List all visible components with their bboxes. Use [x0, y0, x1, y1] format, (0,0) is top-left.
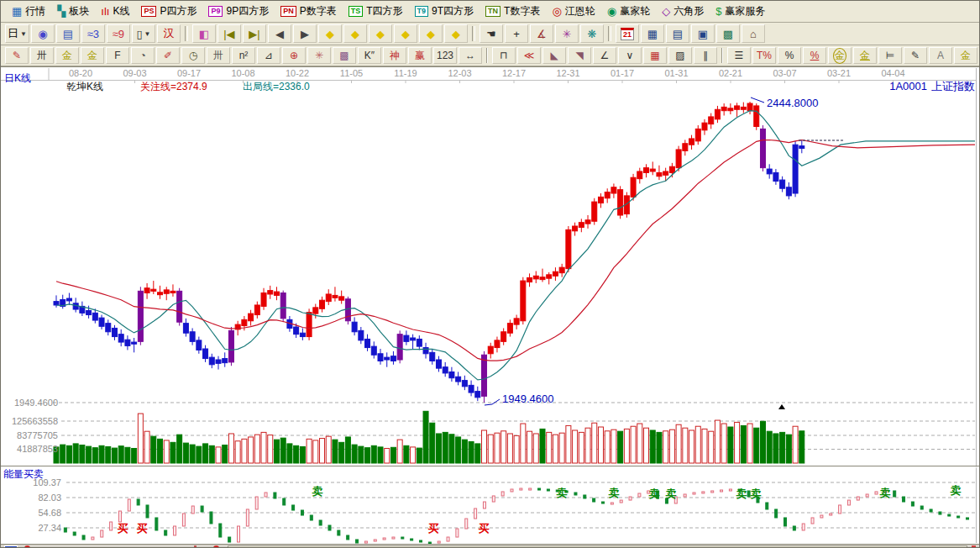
wave-3-icon[interactable]: ≈3 — [81, 24, 105, 43]
last-bar-button[interactable]: ▶| — [243, 24, 266, 43]
main-menubar: ▦行情▚板块ılıK线PSP四方形P99P四方形PNP数字表TST四方形T99T… — [1, 1, 979, 23]
ying-grid-icon-glyph: 赢 — [415, 49, 425, 63]
color-kline-icon[interactable]: ◧ — [192, 24, 216, 43]
menu-hexagon[interactable]: ◇六角形 — [656, 3, 710, 20]
drag-hand-button[interactable]: ☚ — [480, 24, 503, 43]
report-list-icon[interactable]: ▤ — [56, 24, 80, 43]
fan-box2-icon[interactable]: ◥ — [568, 47, 591, 64]
price-ladder-icon[interactable]: ☰ — [727, 47, 751, 64]
brush3-icon[interactable]: ✎ — [904, 47, 927, 64]
prev-bar-button[interactable]: ◀ — [268, 24, 291, 43]
ladder2-icon[interactable]: ⊨ — [878, 47, 902, 64]
trend-lines-icon[interactable]: ∠ — [593, 47, 616, 64]
fan-lines-icon[interactable]: ≪ — [517, 47, 541, 64]
star-wheel-icon[interactable]: ✳ — [307, 47, 331, 64]
diamond-shrink-icon[interactable]: ◆ — [394, 24, 417, 43]
net-wheel-icon[interactable]: ▩ — [333, 47, 356, 64]
first-bar-button[interactable]: |◀ — [217, 24, 241, 43]
menu-kline[interactable]: ılıK线 — [95, 3, 135, 20]
menu-p-square[interactable]: PSP四方形 — [135, 3, 202, 20]
shen-grid-icon[interactable]: 神 — [383, 47, 406, 64]
draw-brush-icon[interactable]: ✎ — [5, 47, 29, 64]
t-percent-icon[interactable]: T% — [752, 47, 776, 64]
toolbar-drawing-tools: ✎卅金金F◔✐◷卅n²⊿⊕✳▩K″神赢123↔⊓≪◣◥∠∨▦▨∥☰T%%%金金⊨… — [1, 45, 979, 66]
n2-grid-icon[interactable]: n² — [232, 47, 255, 64]
color-kline-icon-glyph: ◧ — [199, 28, 209, 40]
diamond-expand-icon[interactable]: ◆ — [419, 24, 443, 43]
web-kline-icon[interactable]: ◉ — [31, 24, 55, 43]
f-grid-icon[interactable]: F — [106, 47, 129, 64]
diamond-left-icon[interactable]: ◆ — [318, 24, 342, 43]
k-quote-icon[interactable]: K″ — [358, 47, 381, 64]
gann-grid-icon[interactable]: 卅 — [30, 47, 54, 64]
angle-ruler-icon[interactable]: ⊿ — [257, 47, 280, 64]
menu-winner-wheel[interactable]: ◉赢家轮 — [601, 3, 656, 20]
menu-t-square[interactable]: TST四方形 — [343, 3, 409, 20]
grid-arrow-icon[interactable]: ▨ — [668, 47, 692, 64]
menu-quotes[interactable]: ▦行情 — [6, 3, 51, 20]
circle-gold-icon[interactable]: 金 — [828, 47, 852, 64]
symbol-code[interactable]: 1A0001 — [889, 80, 927, 92]
gold-grid-icon[interactable]: 金 — [55, 47, 79, 64]
span-arrows-icon[interactable]: ↔ — [459, 47, 482, 64]
next-bar-button[interactable]: ▶ — [293, 24, 317, 43]
gann-target-icon[interactable]: ⊕ — [282, 47, 306, 64]
menu-gann-wheel[interactable]: ◎江恩轮 — [546, 3, 600, 20]
menu-winner-service[interactable]: $赢家服务 — [710, 3, 771, 20]
period-day-dropdown[interactable]: 日▼ — [5, 24, 29, 43]
menu-sectors[interactable]: ▚板块 — [51, 3, 95, 20]
diamond-full-icon[interactable]: ◆ — [444, 24, 468, 43]
wave-9-icon[interactable]: ≈9 — [107, 24, 130, 43]
crosshair-button[interactable]: + — [505, 24, 528, 43]
remote-pc-button[interactable]: ⌂ — [742, 24, 765, 43]
brush2-icon[interactable]: ✐ — [156, 47, 180, 64]
percent-lines-icon[interactable]: % — [803, 47, 826, 64]
ruler-123-icon[interactable]: 123 — [433, 47, 457, 64]
comb-grid-icon[interactable]: 卅 — [207, 47, 230, 64]
gold-wave-icon[interactable]: 金 — [954, 47, 977, 64]
gold-grid2-icon[interactable]: 金 — [81, 47, 104, 64]
hanzi-mark-icon[interactable]: 汉 — [157, 24, 181, 43]
save-button[interactable]: ▣ — [691, 24, 715, 43]
export-disk-button[interactable]: ▩ — [716, 24, 740, 43]
menu-hexagon-label: 六角形 — [673, 4, 704, 18]
menu-p-table[interactable]: PNP数字表 — [275, 3, 343, 20]
notes-button[interactable]: ▤ — [666, 24, 689, 43]
gold-lines-icon[interactable]: 金 — [853, 47, 877, 64]
menu-9p-square[interactable]: P99P四方形 — [202, 3, 275, 20]
symbol-name[interactable]: 上证指数 — [931, 80, 975, 92]
candle-style-dropdown[interactable]: ▯▼ — [132, 24, 155, 43]
exit-line-label: 出局线=2336.0 — [243, 81, 310, 92]
taskbar-sliver[interactable] — [1, 544, 979, 548]
parallel-lines-icon[interactable]: ∥ — [694, 47, 717, 64]
diamond-right-icon[interactable]: ◆ — [343, 24, 367, 43]
dollar-icon: $ — [715, 6, 721, 17]
ying-grid-icon[interactable]: 赢 — [408, 47, 432, 64]
gann-clock-icon-glyph: ◷ — [189, 50, 197, 61]
diamond-hsplit-icon[interactable]: ◆ — [369, 24, 392, 43]
menu-9t-square[interactable]: T99T四方形 — [409, 3, 480, 20]
menu-t-table[interactable]: TNT数字表 — [480, 3, 546, 20]
spiral-icon[interactable]: ◔ — [131, 47, 155, 64]
percent-icon-glyph: % — [785, 50, 794, 61]
shape-map-button[interactable]: ❋ — [580, 24, 604, 43]
period-label[interactable]: 日K线 — [4, 72, 31, 84]
gann-wheel-button[interactable]: ✳ — [555, 24, 579, 43]
red-grid-icon[interactable]: ▦ — [643, 47, 667, 64]
v-lines-icon[interactable]: ∨ — [618, 47, 642, 64]
gann-clock-icon[interactable]: ◷ — [181, 47, 205, 64]
main-chart-area[interactable]: 08-2009-0309-1710-0810-2211-0511-1912-03… — [1, 66, 979, 544]
toolbar-separator — [486, 48, 488, 63]
calculator-button[interactable]: ▦ — [641, 24, 664, 43]
a-wave-icon[interactable]: A — [929, 47, 952, 64]
last-bar-glyph: ▶| — [249, 28, 259, 40]
diamond-left-icon-glyph: ◆ — [326, 28, 334, 40]
sell-signal: 卖 — [312, 485, 323, 498]
gann-wheel-glyph: ✳ — [562, 28, 571, 40]
box-measure-icon[interactable]: ⊓ — [492, 47, 516, 64]
angle-measure-button[interactable]: ∡ — [530, 24, 553, 43]
calendar-button[interactable]: 21 — [616, 24, 639, 43]
notes-glyph: ▤ — [673, 28, 683, 40]
fan-box-icon[interactable]: ◣ — [542, 47, 566, 64]
percent-icon[interactable]: % — [778, 47, 801, 64]
